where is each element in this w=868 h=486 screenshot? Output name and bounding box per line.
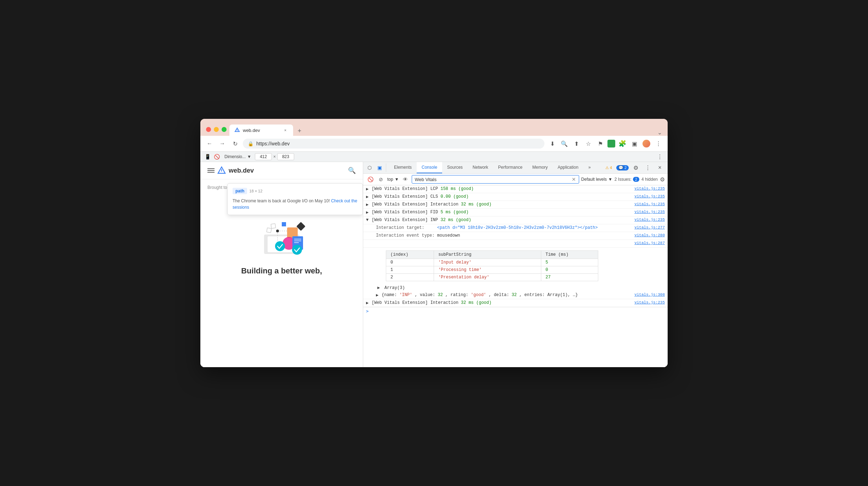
source-link-cls[interactable]: vitals.js:235 [634, 194, 665, 198]
cell-time-1: 0 [541, 266, 598, 274]
devtools-settings-icon[interactable]: ⚙ [631, 163, 641, 173]
source-link-target[interactable]: vitals.js:277 [634, 225, 665, 230]
minimize-button[interactable] [214, 127, 219, 132]
devtools-more-icon[interactable]: ⋮ [643, 163, 653, 173]
levels-chevron-icon: ▼ [608, 177, 612, 182]
log-levels-selector[interactable]: Default levels ▼ [581, 177, 612, 182]
interaction-event-row: Interaction event type: mousedown vitals… [363, 232, 668, 240]
dimension-separator: × [273, 154, 276, 159]
hidden-count: 4 hidden [641, 177, 658, 182]
site-logo-text: web.dev [229, 167, 254, 174]
flag-icon[interactable]: ⚑ [595, 139, 605, 149]
new-tab-button[interactable]: + [295, 126, 304, 136]
devtools-panel: ⬡ ▣ Elements Console Sources Network Per… [363, 162, 668, 367]
entry-expand-icon[interactable]: ▶ [366, 202, 370, 207]
tab-memory[interactable]: Memory [527, 162, 553, 173]
console-input-line[interactable]: > [363, 307, 668, 315]
menu-icon[interactable] [207, 168, 215, 173]
entry-expand-icon[interactable]: ▶ [366, 194, 370, 199]
share-icon[interactable]: ⬆ [571, 139, 581, 149]
source-link-fid[interactable]: vitals.js:235 [634, 210, 665, 214]
bookmark-icon[interactable]: ☆ [583, 139, 593, 149]
array-entry[interactable]: ▶ Array(3) [363, 284, 668, 291]
source-link-inp[interactable]: vitals.js:235 [634, 218, 665, 222]
svg-point-18 [292, 245, 302, 255]
tag-name: path [233, 188, 247, 194]
devtools-tabs-header: ⬡ ▣ Elements Console Sources Network Per… [363, 162, 668, 174]
stop-icon[interactable]: 🚫 [212, 152, 221, 161]
tab-console[interactable]: Console [417, 162, 442, 173]
console-settings-icon[interactable]: ⚙ [660, 176, 665, 183]
webpage-content: web.dev 🔍 path 18 × 12 The Chrome team i… [200, 162, 363, 367]
entry-expand-icon[interactable]: ▶ [366, 186, 370, 192]
svg-point-17 [275, 241, 285, 251]
device-mode-icon[interactable]: ▣ [375, 163, 384, 172]
tab-elements[interactable]: Elements [389, 162, 417, 173]
console-search-input[interactable] [415, 177, 570, 182]
tab-network[interactable]: Network [468, 162, 493, 173]
more-options-icon[interactable]: ⋮ [655, 152, 665, 162]
zoom-icon[interactable]: 🔍 [559, 139, 569, 149]
object-entry[interactable]: ▶ {name: 'INP' , value: 32 , rating: 'go… [363, 291, 668, 299]
reload-button[interactable]: ↻ [230, 139, 240, 149]
inspect-icon[interactable]: ⬡ [365, 163, 374, 172]
title-bar: web.dev × + ⌄ [200, 119, 668, 136]
search-clear-icon[interactable]: ✕ [572, 177, 576, 182]
console-search-box[interactable]: ✕ [412, 175, 579, 184]
console-entry-lcp[interactable]: ▶ [Web Vitals Extension] LCP 158 ms (goo… [363, 185, 668, 193]
green-square-button[interactable] [607, 140, 615, 147]
avatar-icon[interactable] [641, 139, 651, 149]
tab-performance[interactable]: Performance [493, 162, 527, 173]
inp-data-table: (index) subPartString Time (ms) 0 'Input… [386, 250, 598, 281]
console-clear-button[interactable]: 🚫 [366, 175, 375, 184]
source-link-interaction1[interactable]: vitals.js:235 [634, 202, 665, 206]
device-toggle-icon[interactable]: 📱 [203, 152, 212, 161]
entry-expand-icon[interactable]: ▶ [366, 300, 370, 306]
tab-sources[interactable]: Sources [442, 162, 468, 173]
source-link-object[interactable]: vitals.js:308 [634, 293, 665, 297]
console-entry-interaction2[interactable]: ▶ [Web Vitals Extension] Interaction 32 … [363, 299, 668, 307]
tab-application[interactable]: Application [553, 162, 583, 173]
search-button[interactable]: 🔍 [348, 167, 356, 174]
download-icon[interactable]: ⬇ [547, 139, 557, 149]
extensions-icon[interactable]: 🧩 [617, 139, 627, 149]
console-entry-interaction1[interactable]: ▶ [Web Vitals Extension] Interaction 32 … [363, 201, 668, 209]
source-link-event[interactable]: vitals.js:280 [634, 233, 665, 237]
console-entry-cls[interactable]: ▶ [Web Vitals Extension] CLS 0.00 (good)… [363, 193, 668, 201]
cell-index-2: 2 [386, 274, 434, 281]
source-link-blank[interactable]: vitals.js:287 [634, 241, 665, 245]
console-entry-inp[interactable]: ▼ [Web Vitals Extension] INP 32 ms (good… [363, 216, 668, 224]
source-link-interaction2[interactable]: vitals.js:235 [634, 300, 665, 305]
close-button[interactable] [206, 127, 211, 132]
height-input[interactable] [277, 153, 294, 160]
entry-expand-icon[interactable]: ▶ [366, 210, 370, 215]
sidebar-icon[interactable]: ▣ [629, 139, 639, 149]
back-button[interactable]: ← [205, 139, 215, 149]
console-entry-fid[interactable]: ▶ [Web Vitals Extension] FID 5 ms (good)… [363, 209, 668, 216]
entry-collapse-icon[interactable]: ▼ [366, 218, 370, 222]
devtools-right-actions: ⋮ [655, 152, 665, 162]
browser-tab[interactable]: web.dev × [229, 125, 293, 136]
menu-icon[interactable]: ⋮ [653, 139, 663, 149]
source-link-lcp[interactable]: vitals.js:235 [634, 186, 665, 191]
address-bar[interactable]: 🔒 https://web.dev [243, 139, 544, 149]
svg-rect-8 [282, 222, 286, 226]
context-selector[interactable]: top ▼ [387, 177, 399, 182]
devtools-close-icon[interactable]: × [655, 163, 665, 173]
device-select[interactable]: Dimensio... ▼ [222, 153, 254, 161]
issues-button[interactable]: 2 Issues: 2 [615, 177, 639, 182]
eye-icon[interactable]: 👁 [401, 175, 410, 184]
width-input[interactable] [255, 153, 272, 160]
tag-dimensions: 18 × 12 [249, 189, 262, 193]
console-output[interactable]: ▶ [Web Vitals Extension] LCP 158 ms (goo… [363, 185, 668, 367]
maximize-button[interactable] [222, 127, 227, 132]
array-expand-icon[interactable]: ▶ [377, 285, 382, 290]
forward-button[interactable]: → [217, 139, 227, 149]
object-expand-icon[interactable]: ▶ [376, 293, 380, 298]
url-display: https://web.dev [256, 141, 539, 146]
info-count: 2 [624, 166, 627, 170]
tab-close-button[interactable]: × [282, 127, 288, 133]
console-stop-icon[interactable]: ⊘ [377, 175, 385, 184]
more-tabs-button[interactable]: » [583, 162, 596, 173]
window-chevron-icon[interactable]: ⌄ [657, 129, 662, 136]
